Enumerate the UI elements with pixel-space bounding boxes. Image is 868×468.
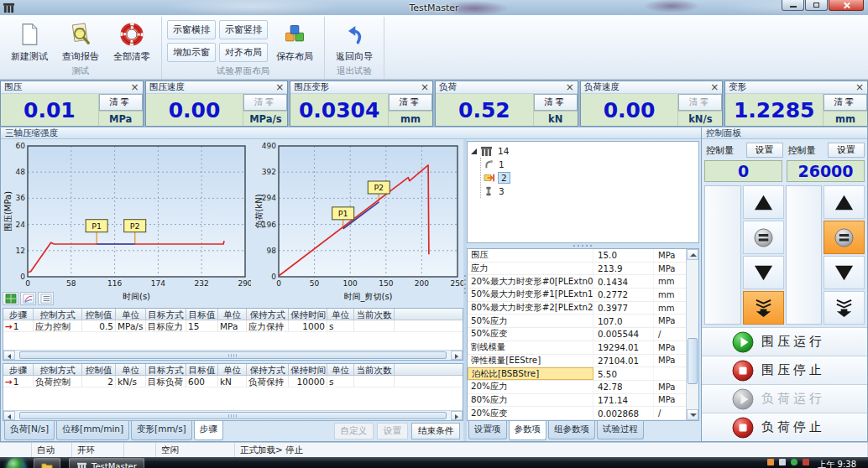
control-slider[interactable] — [704, 185, 741, 325]
clear-button[interactable]: 清零 — [824, 94, 867, 111]
set-button[interactable]: 设置 — [828, 143, 865, 158]
start-orb-icon[interactable] — [7, 458, 25, 468]
param-tab-0[interactable]: 设置项 — [468, 421, 507, 439]
clear-button[interactable]: 清零 — [678, 94, 722, 111]
param-row[interactable]: 泊松比[BSBStre] 5.50 — [468, 367, 686, 381]
close-icon[interactable]: × — [131, 83, 139, 91]
param-row[interactable]: 20%应变 0.002868 / — [468, 407, 686, 420]
param-tab-3[interactable]: 试验过程 — [597, 421, 644, 439]
close-button[interactable] — [829, 0, 864, 11]
windows-vertical-button[interactable]: 示窗竖排 — [219, 20, 268, 39]
set-button[interactable]: 设置 — [746, 143, 783, 158]
horizontal-scrollbar[interactable] — [3, 410, 463, 420]
param-row[interactable]: 20%应力 42.78 MPa — [468, 381, 686, 394]
close-icon[interactable]: × — [421, 83, 429, 91]
parameter-scrollbar[interactable] — [686, 249, 698, 420]
step-row[interactable]: →1应力控制0.5MPa/s目标应力15MPa应力保持1000s — [3, 320, 463, 332]
param-row[interactable]: 20%最大力时变形#0[PLExtn0] 0.1434 mm — [468, 275, 686, 289]
query-report-button[interactable]: 查询报告 — [56, 18, 105, 65]
param-row[interactable]: 割线模量 19294.01 MPa — [468, 341, 686, 355]
up-button[interactable] — [743, 185, 784, 219]
step-action-button[interactable]: 自定义 — [334, 423, 374, 439]
tray-icon[interactable] — [791, 459, 797, 465]
param-row[interactable]: 80%应力 171.14 MPa — [468, 394, 686, 408]
close-icon[interactable]: × — [710, 83, 719, 91]
step-tab-3[interactable]: 步骤 — [194, 421, 223, 440]
clear-button[interactable]: 清零 — [389, 94, 432, 111]
align-layout-button[interactable]: 对齐布局 — [219, 43, 268, 62]
step-action-button[interactable]: 设置 — [377, 423, 408, 439]
param-row[interactable]: 应力 213.9 MPa — [468, 263, 686, 276]
param-tab-2[interactable]: 组参数项 — [548, 421, 595, 439]
down-button[interactable] — [743, 256, 784, 289]
down-button[interactable] — [824, 256, 865, 289]
scrollbar-thumb[interactable] — [19, 351, 447, 359]
param-tab-1[interactable]: 参数项 — [509, 421, 547, 440]
step-tab-1[interactable]: 位移[mm/min] — [56, 421, 129, 440]
tree-expander-icon[interactable] — [471, 148, 477, 154]
maximize-button[interactable] — [805, 0, 828, 11]
clear-button[interactable]: 清零 — [99, 94, 143, 111]
param-row[interactable]: 80%最大力时变形#2[PLExtn2] 0.3977 mm — [468, 302, 686, 315]
return-wizard-button[interactable]: 返回向导 — [330, 18, 379, 65]
curve-view-button[interactable] — [20, 292, 36, 305]
display-panel: 负荷速度 × 0.00 清零 kN/s — [580, 81, 724, 127]
close-icon[interactable]: × — [275, 83, 284, 91]
scrollbar-thumb[interactable] — [19, 412, 447, 419]
tree-node-specimen[interactable]: 1 — [484, 158, 698, 171]
scrollbar-thumb[interactable] — [688, 338, 698, 384]
clear-all-button[interactable]: 全部清零 — [107, 18, 156, 65]
save-layout-button[interactable]: 保存布局 — [270, 18, 319, 65]
tray-icon[interactable] — [767, 459, 774, 465]
list-view-button[interactable] — [38, 292, 54, 305]
control-slider[interactable] — [786, 185, 823, 325]
play-icon — [732, 388, 754, 410]
tree-node-root[interactable]: 14 — [471, 144, 698, 158]
param-row[interactable]: 围压 15.0 MPa — [468, 249, 686, 263]
stop-button[interactable] — [824, 221, 865, 254]
param-row[interactable]: 50%应变 0.005544 / — [468, 328, 686, 341]
close-icon[interactable]: × — [566, 83, 574, 91]
taskbar-folder-button[interactable] — [34, 458, 60, 468]
param-row[interactable]: 50%应力 107.0 MPa — [468, 315, 686, 328]
horizontal-splitter[interactable] — [467, 243, 699, 248]
taskbar-testmaster-button[interactable]: TestMaster — [69, 458, 144, 468]
vertical-splitter[interactable] — [463, 139, 467, 441]
step-row[interactable]: →1负荷控制2kN/s目标负荷600kN负荷保持10000s — [3, 376, 463, 387]
tree-node-specimen[interactable]: 3 — [484, 185, 698, 198]
step-action-button[interactable]: 结束条件 — [411, 423, 460, 439]
scroll-left-icon[interactable] — [3, 411, 15, 420]
windows-horizontal-button[interactable]: 示窗横排 — [167, 20, 216, 39]
scroll-right-icon[interactable] — [451, 411, 463, 420]
minimize-button[interactable] — [782, 0, 804, 11]
tray-icon[interactable] — [779, 459, 786, 465]
fast-down-button[interactable] — [824, 291, 865, 325]
tray-icon[interactable] — [803, 459, 809, 465]
up-button[interactable] — [824, 185, 865, 219]
clear-button[interactable]: 清零 — [534, 94, 578, 111]
fast-down-button[interactable] — [743, 291, 784, 325]
step-tab-2[interactable]: 变形[mm/s] — [131, 421, 192, 440]
run-button[interactable]: 负荷停止 — [702, 413, 867, 441]
run-button[interactable]: 围压停止 — [702, 356, 867, 384]
param-row[interactable]: 弹性模量[EEStre] 27104.01 MPa — [468, 355, 686, 368]
horizontal-scrollbar[interactable] — [3, 350, 463, 360]
scroll-left-icon[interactable] — [3, 351, 15, 360]
run-button[interactable]: 围压运行 — [702, 327, 867, 356]
new-test-button[interactable]: 新建测试 — [5, 18, 54, 65]
scroll-up-icon[interactable] — [687, 249, 698, 260]
stop-button[interactable] — [743, 221, 784, 254]
title-bar[interactable]: TestMaster — [0, 0, 868, 15]
svg-text:150: 150 — [379, 279, 393, 288]
tree-node-specimen[interactable]: 2 — [484, 171, 698, 185]
grid-view-button[interactable] — [3, 292, 18, 305]
scroll-right-icon[interactable] — [451, 351, 463, 360]
run-button[interactable]: 负荷运行 — [702, 384, 867, 413]
add-window-button[interactable]: 增加示窗 — [167, 43, 216, 62]
close-icon[interactable]: × — [855, 83, 864, 91]
clear-button[interactable]: 清零 — [243, 94, 287, 111]
display-row: 围压 × 0.01 清零 MPa 围压速度 × 0.00 清零 MPa/s 围压… — [0, 80, 868, 127]
step-tab-0[interactable]: 负荷[N/s] — [4, 421, 55, 440]
param-row[interactable]: 50%最大力时变形#1[PLExtn1] 0.2772 mm — [468, 289, 686, 302]
scroll-down-icon[interactable] — [687, 409, 698, 420]
